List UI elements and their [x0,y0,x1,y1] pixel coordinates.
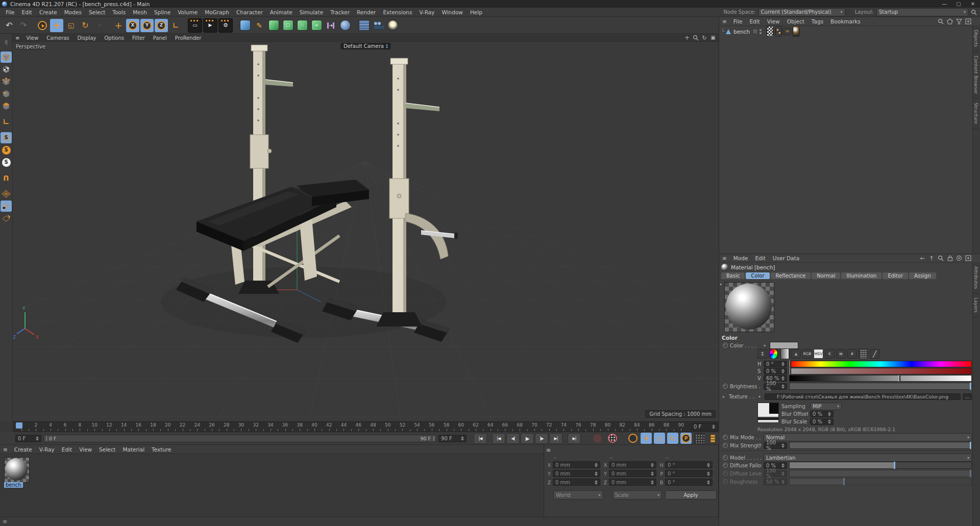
timeline-ruler[interactable]: 0246810121416182022242628303234363840424… [13,421,719,432]
material-menu-create[interactable]: Create [11,446,36,453]
attribute-menu-edit[interactable]: Edit [751,255,769,261]
menu-v-ray[interactable]: V-Ray [415,9,438,15]
saturation-field[interactable]: 0 % [764,368,787,374]
object-row[interactable]: └ bench ≈ [721,28,800,35]
spinner[interactable] [707,480,710,485]
view-label[interactable]: Perspective [16,44,45,49]
next-frame-button[interactable]: |▶ [535,433,548,444]
mix-mode-select[interactable]: Normal▾ [764,433,972,441]
polygon-mode-button[interactable] [1,101,12,112]
tab-illumination[interactable]: Illumination [841,272,881,279]
blur-scale-field[interactable]: 0 % [810,418,834,425]
spinner[interactable] [595,480,598,485]
material-menu-edit[interactable]: Edit [58,446,76,453]
model-select[interactable]: Lambertian▾ [764,454,972,462]
coordinate-group-header[interactable]: -- [547,455,600,461]
tab-reflectance[interactable]: Reflectance [771,272,811,279]
spinner[interactable] [707,463,710,467]
record-button[interactable] [591,432,604,445]
spinner[interactable] [461,436,464,441]
menu-render[interactable]: Render [353,9,379,15]
tab-assign[interactable]: Assign [909,272,936,279]
menu-create[interactable]: Create [36,9,61,15]
deformer-button[interactable]: ∷ [296,19,309,32]
mixer-icon[interactable]: ≡ [836,349,846,359]
menu-file[interactable]: File [2,9,18,15]
snap-enable-icon[interactable]: U [1,172,12,184]
object-menu-bookmarks[interactable]: Bookmarks [827,18,864,24]
light-button[interactable] [386,19,399,32]
animation-radio-icon[interactable] [723,435,728,440]
object-icon[interactable] [726,29,731,34]
gradient-icon[interactable] [780,349,790,359]
texture-thumbnail[interactable] [757,403,779,423]
menu-edit[interactable]: Edit [18,9,36,15]
menu-animate[interactable]: Animate [266,9,296,15]
prev-frame-button[interactable]: ◀| [506,433,520,444]
point-mode-button[interactable] [1,76,12,87]
locked-workplane-button[interactable] [1,201,12,212]
spinner[interactable] [595,463,598,467]
sync-icon[interactable] [955,255,963,262]
goto-start-button[interactable]: |◀ [474,433,487,444]
preview-range-slider[interactable]: ‖ 0 F 90 F ‖ [43,435,436,442]
viewport-menu-cameras[interactable]: Cameras [42,35,73,41]
node-space-select[interactable]: Current (Standard/Physical)▾ [758,8,845,16]
spinner[interactable] [651,463,654,467]
filter-icon[interactable] [955,18,963,25]
coordinate-system-icon[interactable]: ∟ [169,19,182,32]
scale-tool-icon[interactable]: ◱ [64,19,78,32]
coordinate-field[interactable]: 0 mm [553,479,600,486]
autokey-button[interactable] [606,432,619,445]
render-picture-viewer-button[interactable]: ▶ [203,18,217,33]
material-menu-select[interactable]: Select [95,446,119,453]
rotate-tool-icon[interactable]: ↻ [79,19,92,32]
k-mode-button[interactable]: K [825,349,835,359]
material-menu-view[interactable]: View [76,446,95,453]
tab-normal[interactable]: Normal [812,272,840,279]
current-frame-field[interactable]: 0 F [15,435,41,442]
coordinate-field[interactable]: 0 mm [553,461,600,468]
side-tab-content-browser[interactable]: Content Browser [973,52,979,98]
coordinate-group-header[interactable]: -- [603,455,656,461]
animation-radio-icon[interactable] [723,463,728,468]
record-scale-toggle[interactable]: ◱ [654,433,665,444]
subdivision-surface-button[interactable] [267,19,280,32]
spline-mask-button[interactable] [338,19,352,32]
tab-basic[interactable]: Basic [721,272,745,279]
sampling-select[interactable]: MIP▾ [810,403,842,410]
pan-view-icon[interactable]: + [683,34,691,41]
hex-icon[interactable]: # [847,349,857,359]
apply-button[interactable]: Apply [665,490,717,499]
viewport-solo-off-button[interactable]: S [1,132,12,143]
animation-radio-icon[interactable] [723,443,728,448]
viewport-menu-display[interactable]: Display [74,35,101,41]
hue-slider[interactable] [789,361,972,367]
keyframe-selection-button[interactable] [627,433,639,444]
volume-builder-button[interactable]: ≡ [310,19,323,32]
scale-select[interactable]: Scale▾ [612,490,663,499]
next-key-button[interactable]: ▶| [549,433,562,444]
toggle-view-icon[interactable]: ▣ [709,34,717,41]
z-axis-button[interactable]: Z [155,19,168,32]
up-icon[interactable]: ↑ [928,255,935,262]
menu-select[interactable]: Select [85,9,109,15]
redo-icon[interactable]: ↷ [17,19,30,32]
live-selection-icon[interactable]: ▲ [36,19,49,32]
hamburger-icon[interactable]: ≡ [546,447,551,454]
rotate-view-icon[interactable]: ↻ [701,34,708,41]
point-level-animation-toggle[interactable] [694,433,705,444]
menu-tools[interactable]: Tools [109,9,129,15]
mix-strength-slider[interactable] [789,442,972,449]
x-axis-button[interactable]: X [126,19,139,32]
coordinate-field[interactable]: 0 mm [609,461,656,468]
rgb-mode-button[interactable]: RGB [802,349,812,359]
minimal-interface-toggle[interactable] [707,433,718,444]
color-wheel-icon[interactable] [769,349,778,359]
menu-mesh[interactable]: Mesh [129,9,151,15]
attribute-menu-mode[interactable]: Mode [730,255,752,261]
visibility-dots-icon[interactable] [760,29,762,34]
hamburger-icon[interactable]: ≡ [719,18,730,24]
viewport-menu-filter[interactable]: Filter [128,35,149,41]
material-menu-material[interactable]: Material [119,446,148,453]
